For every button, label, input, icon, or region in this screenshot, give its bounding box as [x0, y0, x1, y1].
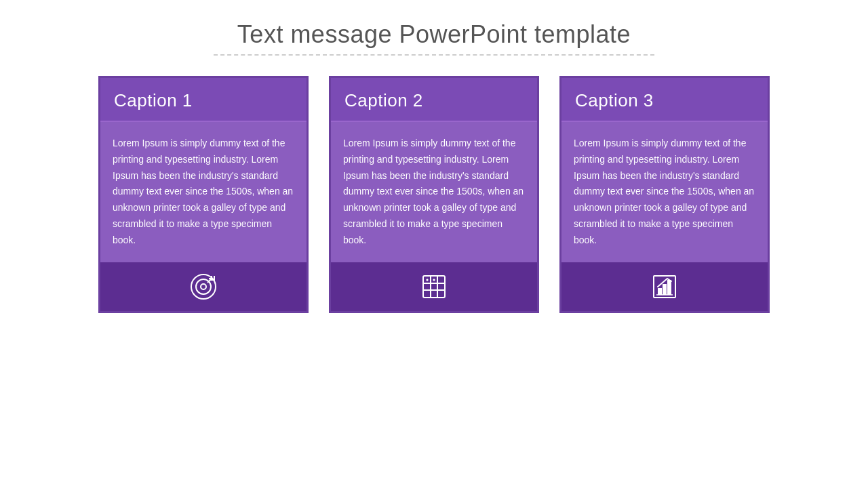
- svg-line-14: [433, 279, 435, 281]
- card-1-body: Lorem Ipsum is simply dummy text of the …: [100, 122, 307, 262]
- svg-line-12: [427, 279, 428, 281]
- svg-rect-17: [663, 284, 667, 295]
- card-3-text: Lorem Ipsum is simply dummy text of the …: [574, 136, 755, 249]
- title-divider: [214, 54, 654, 56]
- card-2-body: Lorem Ipsum is simply dummy text of the …: [331, 122, 537, 262]
- card-1-footer: [100, 262, 307, 311]
- svg-rect-16: [658, 288, 662, 295]
- card-1: Caption 1 Lorem Ipsum is simply dummy te…: [98, 76, 309, 313]
- target-icon: [189, 272, 218, 302]
- card-2: Caption 2 Lorem Ipsum is simply dummy te…: [329, 76, 539, 313]
- page-title: Text message PowerPoint template: [237, 20, 631, 49]
- svg-point-2: [201, 284, 206, 289]
- card-3-body: Lorem Ipsum is simply dummy text of the …: [561, 122, 768, 262]
- chart-icon: [650, 272, 679, 302]
- card-3: Caption 3 Lorem Ipsum is simply dummy te…: [559, 76, 770, 313]
- card-3-header: Caption 3: [561, 78, 768, 122]
- card-2-text: Lorem Ipsum is simply dummy text of the …: [343, 136, 525, 249]
- card-1-header: Caption 1: [100, 78, 307, 122]
- cards-container: Caption 1 Lorem Ipsum is simply dummy te…: [41, 76, 827, 313]
- card-1-title: Caption 1: [114, 90, 193, 110]
- table-icon: [419, 272, 449, 302]
- card-3-title: Caption 3: [575, 90, 654, 110]
- card-2-title: Caption 2: [344, 90, 423, 110]
- card-2-footer: [331, 262, 537, 311]
- page-container: Text message PowerPoint template Caption…: [0, 0, 868, 488]
- svg-rect-18: [667, 280, 671, 295]
- card-2-header: Caption 2: [331, 78, 537, 122]
- card-3-footer: [561, 262, 768, 311]
- card-1-text: Lorem Ipsum is simply dummy text of the …: [113, 136, 294, 249]
